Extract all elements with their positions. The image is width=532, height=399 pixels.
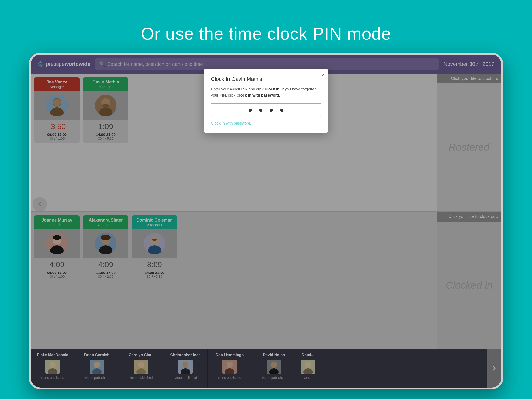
pin-input-area[interactable] [211,103,321,117]
modal-close-button[interactable]: × [321,72,324,78]
modal-overlay: × Clock In Gavin Mathis Enter your 4-dig… [31,55,501,387]
pin-dot-4 [280,109,284,112]
modal-description: Enter your 4-digit PIN and click Clock I… [211,86,321,98]
pin-dot-2 [259,109,262,112]
pin-modal: × Clock In Gavin Mathis Enter your 4-dig… [204,69,328,133]
modal-title: Clock In Gavin Mathis [211,76,321,82]
pin-dot-3 [270,109,273,112]
page-title: Or use the time clock PIN mode [0,0,532,58]
app-container: prestigeworldwide 🔍 Search for name, pos… [31,55,501,387]
tablet-frame: prestigeworldwide 🔍 Search for name, pos… [29,53,503,389]
tablet-side-button [502,211,503,231]
clock-in-password-link[interactable]: Clock In with password. [211,121,251,125]
pin-dot-1 [248,109,252,112]
